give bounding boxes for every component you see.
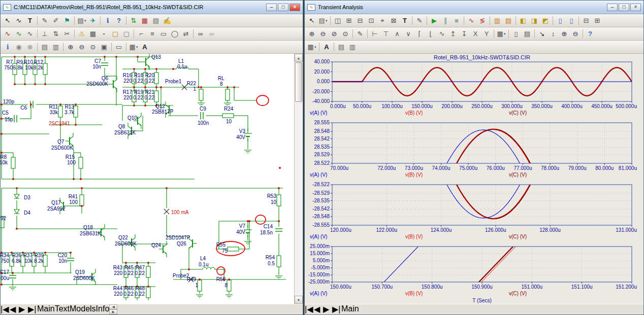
schematic-vertical-scrollbar[interactable]: ▲ ▼: [294, 54, 303, 304]
ground-display-toggle[interactable]: ⊥: [39, 28, 50, 39]
component-res-v[interactable]: [80, 195, 84, 206]
scroll-right-button[interactable]: ▶: [109, 309, 117, 314]
notes-button[interactable]: ▤: [522, 28, 533, 39]
minimize-button[interactable]: –: [266, 4, 277, 11]
component-gnd[interactable]: [244, 150, 251, 153]
high-button[interactable]: ⌈: [414, 28, 425, 39]
component-res-v[interactable]: [277, 256, 281, 267]
zoom-in-alt-button[interactable]: ⊕: [559, 28, 570, 39]
paste-waveform-dropdown[interactable]: ▦▾: [496, 28, 507, 39]
zoom-out-button[interactable]: ⊖: [317, 28, 329, 39]
component-dropdown[interactable]: ▤▾: [76, 15, 87, 26]
tab-main[interactable]: Main: [37, 304, 55, 314]
tile-vertical-button[interactable]: ⊞: [592, 15, 603, 26]
vertical-cursor-button[interactable]: ⊤: [380, 28, 392, 39]
plot-pane-2[interactable]: 70.000u72.000u73.000u74.000u75.000u76.00…: [305, 120, 638, 180]
component-res-v[interactable]: [199, 89, 203, 100]
go-to-y-button[interactable]: Y: [481, 28, 492, 39]
maximize-button[interactable]: □: [619, 4, 629, 11]
tile-horizontal-button[interactable]: ⊟: [581, 15, 592, 26]
component-cap-v[interactable]: [67, 258, 74, 261]
component-res-h[interactable]: [228, 247, 239, 251]
component-res-v[interactable]: [58, 106, 62, 117]
low-button[interactable]: ⌊: [425, 28, 436, 39]
component-gnd[interactable]: [196, 295, 203, 298]
plot-pane-3[interactable]: 120.000u122.000u124.000u126.000u128.000u…: [305, 182, 638, 241]
tag-tool[interactable]: ⊠: [388, 15, 399, 26]
two-pane-button[interactable]: ◨: [529, 15, 540, 26]
four-pane-button[interactable]: ◩: [540, 15, 551, 26]
component-xmark[interactable]: [164, 209, 169, 214]
flag-tool[interactable]: ⚑: [61, 15, 73, 26]
cut-wire-button[interactable]: ✂: [61, 28, 73, 39]
plot-page-1-button[interactable]: ▯: [555, 15, 566, 26]
camera-button[interactable]: ▣: [99, 42, 110, 52]
image-box-button[interactable]: ▭: [113, 42, 124, 52]
component-res-v[interactable]: [227, 280, 231, 291]
prev-page-button[interactable]: ◀: [314, 304, 323, 314]
analysis-limits-button[interactable]: ∿: [466, 15, 477, 26]
branch-currents-toggle[interactable]: ∿: [24, 28, 36, 39]
component-res-v[interactable]: [154, 73, 158, 84]
text-tool[interactable]: T: [399, 15, 410, 26]
tab-info[interactable]: Info: [96, 304, 110, 314]
scope-window-3[interactable]: ⊟: [355, 15, 366, 26]
cursor-tool[interactable]: ⌖: [377, 15, 388, 26]
pause-button[interactable]: ∥: [440, 15, 451, 26]
scroll-track[interactable]: [295, 102, 303, 296]
next-page-button[interactable]: ▶: [19, 304, 28, 314]
font-button[interactable]: A: [321, 42, 332, 52]
valley-button[interactable]: ∨: [403, 28, 414, 39]
edit-notes-button[interactable]: ✍: [162, 15, 173, 26]
last-page-button[interactable]: ▶|: [332, 304, 341, 314]
line-tool[interactable]: ✎: [39, 15, 50, 26]
analysis-titlebar[interactable]: ∿ Transient Analysis –□×: [305, 1, 643, 14]
plot-page-2-button[interactable]: ▯: [566, 15, 577, 26]
grid-style-dropdown[interactable]: ▦▾: [128, 42, 139, 52]
translate-button[interactable]: ⇅: [128, 15, 139, 26]
new-page-button[interactable]: ▢: [110, 28, 121, 39]
component-res-v[interactable]: [79, 157, 83, 168]
polygon-tool[interactable]: ✐: [50, 15, 61, 26]
component-res-v[interactable]: [43, 255, 47, 266]
component-res-v[interactable]: [43, 63, 47, 75]
component-res-v[interactable]: [226, 89, 230, 100]
close-button[interactable]: ×: [630, 4, 641, 11]
plot-pane-1[interactable]: Rotel_RB-951_10kHz-SWDT&SID.CIR0.000u50.…: [305, 54, 638, 118]
zoom-out-alt-button[interactable]: ⊖: [570, 28, 581, 39]
close-button[interactable]: ×: [289, 4, 300, 11]
component-res-v[interactable]: [146, 287, 150, 298]
horizontal-cursor-button[interactable]: ⊢: [369, 28, 380, 39]
schematic-canvas[interactable]: R7750R96.8kR1010kR128.2kC710nQ62SD600KQ1…: [1, 54, 294, 304]
scroll-thumb[interactable]: [295, 62, 302, 102]
next-page-button[interactable]: ▶: [323, 304, 332, 314]
text-tool[interactable]: T: [24, 15, 36, 26]
top-button[interactable]: ↥: [447, 28, 459, 39]
refine-tool[interactable]: ✈: [87, 15, 99, 26]
step-down-button[interactable]: ◉: [13, 42, 24, 52]
component-ind-h[interactable]: [203, 267, 215, 269]
properties-button[interactable]: ≡: [147, 28, 158, 39]
waveform-plot-area[interactable]: Rotel_RB-951_10kHz-SWDT&SID.CIR0.000u50.…: [305, 54, 643, 304]
circle-select-button[interactable]: ◯: [169, 28, 180, 39]
copy-view-button[interactable]: ▤: [39, 42, 50, 52]
component-cap-h[interactable]: [14, 115, 17, 122]
bottom-button[interactable]: ↧: [459, 28, 470, 39]
peak-button[interactable]: ∧: [392, 28, 403, 39]
one-pane-button[interactable]: ◧: [518, 15, 529, 26]
maximize-button[interactable]: □: [278, 4, 288, 11]
component-gnd[interactable]: [226, 295, 233, 298]
stepping-button[interactable]: ≶: [477, 15, 488, 26]
select-tool[interactable]: ↖: [306, 15, 317, 26]
window-info-button[interactable]: ℹ: [2, 42, 13, 52]
component-cap-v[interactable]: [101, 63, 108, 65]
checklist-button[interactable]: ▤: [150, 15, 162, 26]
region-select-button[interactable]: ⌐: [136, 28, 147, 39]
zoom-out-button[interactable]: ⊖: [76, 42, 87, 52]
tab-text[interactable]: Text: [55, 304, 70, 314]
paste-pane-button[interactable]: ▥: [347, 42, 358, 52]
component-bjt[interactable]: [142, 54, 149, 70]
last-page-button[interactable]: ▶|: [28, 304, 37, 314]
plot-pane-4[interactable]: 150.600u150.700u150.800u150.900u151.000u…: [305, 243, 638, 304]
component-res-v[interactable]: [154, 91, 158, 102]
